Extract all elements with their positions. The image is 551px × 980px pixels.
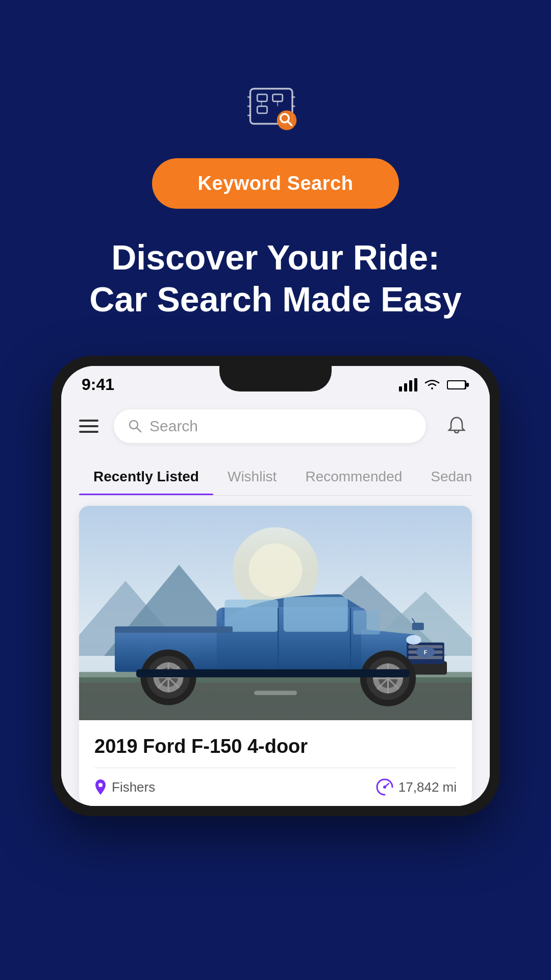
svg-text:F: F xyxy=(424,649,428,655)
svg-point-73 xyxy=(383,786,386,789)
svg-point-44 xyxy=(406,635,421,645)
svg-point-71 xyxy=(98,783,103,787)
signal-icon xyxy=(399,378,417,391)
svg-rect-17 xyxy=(409,380,412,391)
notification-bell-button[interactable] xyxy=(441,411,472,442)
svg-rect-21 xyxy=(466,383,469,387)
car-location: Fishers xyxy=(94,779,155,795)
tab-sedans[interactable]: Sedans xyxy=(416,458,472,495)
svg-point-12 xyxy=(277,110,297,130)
search-bar: Search xyxy=(79,409,472,443)
phone-content: Search Recently Listed Wishlist Recommen… xyxy=(61,399,490,806)
speedometer-icon xyxy=(376,778,393,796)
svg-rect-69 xyxy=(412,623,424,630)
svg-rect-20 xyxy=(448,381,465,388)
svg-rect-47 xyxy=(353,610,380,634)
car-title: 2019 Ford F-150 4-door xyxy=(94,736,457,757)
car-meta: Fishers 17,842 mi xyxy=(94,778,457,796)
svg-rect-34 xyxy=(254,691,297,695)
phone-mockup: 9:41 xyxy=(51,356,500,816)
svg-line-23 xyxy=(137,428,141,432)
location-pin-icon xyxy=(94,779,107,795)
tab-recently-listed[interactable]: Recently Listed xyxy=(79,458,213,495)
status-icons xyxy=(399,378,469,391)
headline: Discover Your Ride: Car Search Made Easy xyxy=(59,237,492,320)
bell-icon xyxy=(447,416,466,436)
top-section: Keyword Search Discover Your Ride: Car S… xyxy=(0,0,551,816)
wifi-icon xyxy=(423,378,441,391)
search-placeholder: Search xyxy=(149,418,198,435)
car-mileage: 17,842 mi xyxy=(376,778,457,796)
svg-rect-7 xyxy=(257,94,267,102)
car-listing-card[interactable]: F xyxy=(79,506,472,806)
phone-notch xyxy=(219,366,332,391)
svg-rect-18 xyxy=(414,378,417,391)
hamburger-menu-button[interactable] xyxy=(79,420,98,433)
search-input[interactable]: Search xyxy=(114,409,426,443)
svg-rect-68 xyxy=(115,626,233,633)
svg-point-26 xyxy=(249,544,303,597)
search-icon xyxy=(128,419,142,433)
svg-rect-9 xyxy=(257,106,267,113)
car-divider xyxy=(94,768,457,768)
svg-rect-46 xyxy=(284,597,348,632)
phone-inner: 9:41 xyxy=(61,366,490,806)
svg-rect-16 xyxy=(404,383,407,391)
tab-wishlist[interactable]: Wishlist xyxy=(213,458,291,495)
svg-rect-45 xyxy=(224,600,278,632)
battery-icon xyxy=(447,379,469,391)
svg-rect-67 xyxy=(136,669,410,677)
app-icon xyxy=(247,82,304,138)
status-time: 9:41 xyxy=(82,375,114,394)
svg-rect-15 xyxy=(399,386,402,391)
car-info: 2019 Ford F-150 4-door Fishers xyxy=(79,720,472,806)
car-image: F xyxy=(79,506,472,720)
svg-rect-8 xyxy=(273,94,283,102)
keyword-search-button[interactable]: Keyword Search xyxy=(152,158,399,209)
tabs-nav: Recently Listed Wishlist Recommended Sed… xyxy=(79,458,472,496)
tab-recommended[interactable]: Recommended xyxy=(291,458,416,495)
